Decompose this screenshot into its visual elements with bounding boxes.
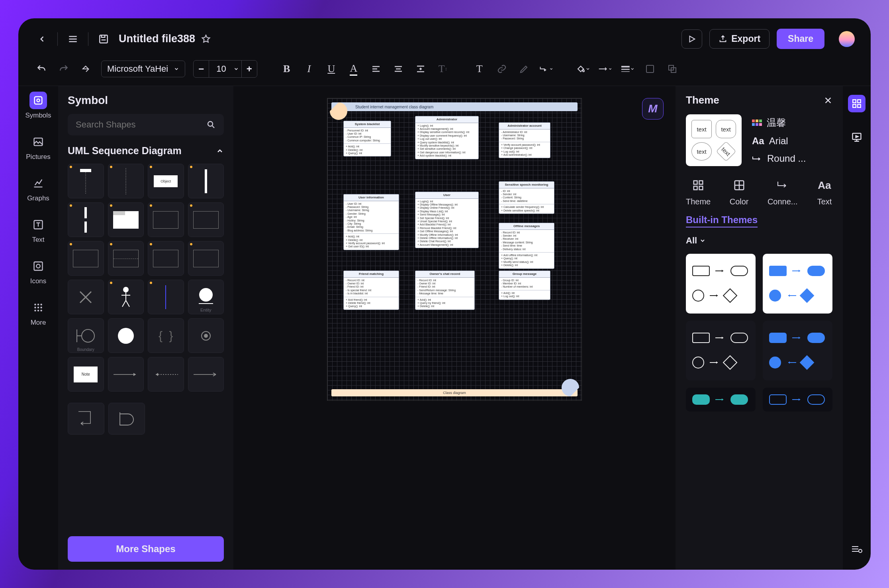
class-box[interactable]: Owner's chat record- Record ID: int- Own… bbox=[415, 270, 475, 310]
font-color-icon[interactable]: A bbox=[347, 62, 361, 76]
nav-symbols[interactable]: Symbols bbox=[25, 92, 51, 120]
nav-text[interactable]: Text bbox=[29, 216, 47, 244]
redo-icon[interactable] bbox=[57, 62, 71, 76]
shape-loop[interactable] bbox=[188, 202, 224, 237]
shape-par[interactable] bbox=[108, 241, 144, 276]
theme-thumb-dark-outline[interactable] bbox=[686, 321, 756, 380]
present-icon[interactable] bbox=[848, 128, 866, 146]
ai-assistant-button[interactable]: M bbox=[642, 98, 664, 120]
favorite-star-icon[interactable] bbox=[201, 34, 211, 44]
shape-ref[interactable] bbox=[148, 241, 184, 276]
link-icon[interactable] bbox=[495, 62, 509, 76]
pen-icon[interactable] bbox=[517, 62, 531, 76]
shape-activation[interactable] bbox=[108, 164, 144, 198]
svg-point-57 bbox=[859, 549, 862, 553]
class-box[interactable]: System blacklist- Personnel ID: int- Use… bbox=[343, 121, 391, 157]
undo-icon[interactable] bbox=[34, 62, 49, 76]
section-header[interactable]: UML Sequence Diagram bbox=[68, 145, 224, 157]
shape-preset-icon[interactable] bbox=[643, 62, 657, 76]
save-icon[interactable] bbox=[96, 31, 112, 47]
text-format-icon[interactable]: T↕ bbox=[436, 62, 450, 76]
nav-pictures[interactable]: Pictures bbox=[26, 133, 50, 161]
nav-graphs[interactable]: Graphs bbox=[27, 174, 49, 202]
canvas-area[interactable]: M Student internet management class diag… bbox=[233, 86, 676, 570]
shape-object[interactable]: Object bbox=[148, 164, 184, 198]
settings-icon[interactable] bbox=[848, 540, 866, 558]
class-box[interactable]: Group message- Group ID: int- Member ID:… bbox=[499, 270, 550, 300]
properties-icon[interactable] bbox=[848, 95, 866, 112]
fill-color-icon[interactable] bbox=[576, 62, 590, 76]
nav-icons[interactable]: Icons bbox=[29, 257, 47, 285]
play-button[interactable] bbox=[681, 29, 702, 49]
more-shapes-button[interactable]: More Shapes bbox=[68, 536, 224, 562]
font-family-select[interactable]: Microsoft YaHei bbox=[101, 61, 185, 77]
class-box[interactable]: User+ Login(): int+ Display Offline Mess… bbox=[415, 192, 479, 248]
font-size-stepper[interactable]: − 10 + bbox=[193, 60, 257, 78]
italic-icon[interactable]: I bbox=[302, 62, 316, 76]
theme-filter[interactable]: All bbox=[686, 235, 832, 246]
shape-return-message[interactable] bbox=[148, 357, 184, 392]
tab-connector[interactable]: Conne... bbox=[768, 177, 798, 206]
class-box[interactable]: Sensitive speech monitoring- ID: int- Se… bbox=[499, 181, 554, 214]
class-box[interactable]: Administrator+ Login(): int+ Account man… bbox=[415, 116, 479, 159]
shape-opt[interactable] bbox=[68, 241, 104, 276]
share-button[interactable]: Share bbox=[777, 29, 824, 49]
align-center-icon[interactable] bbox=[391, 62, 405, 76]
class-box[interactable]: Administrator account- Administrator ID:… bbox=[499, 122, 550, 158]
close-icon[interactable] bbox=[824, 96, 832, 105]
shape-concurrent[interactable] bbox=[68, 202, 104, 237]
svg-rect-54 bbox=[853, 104, 856, 108]
user-avatar[interactable] bbox=[839, 31, 855, 47]
theme-thumb-dark-blue[interactable] bbox=[763, 321, 832, 380]
app-window: Untitled file388 Export Share Microsoft … bbox=[18, 18, 871, 570]
class-box[interactable]: User information- User ID: int- Password… bbox=[343, 194, 399, 250]
vertical-align-icon[interactable] bbox=[413, 62, 428, 76]
theme-thumb-dark-blue2[interactable] bbox=[763, 388, 832, 412]
theme-thumb-dark-teal[interactable] bbox=[686, 388, 756, 412]
shape-constraint[interactable]: { } bbox=[148, 318, 184, 353]
nav-more[interactable]: More bbox=[29, 299, 47, 327]
svg-point-17 bbox=[37, 310, 39, 311]
shape-note[interactable]: Note bbox=[68, 357, 104, 392]
shape-self-message[interactable] bbox=[68, 403, 104, 435]
built-in-themes-link[interactable]: Built-in Themes bbox=[686, 214, 758, 227]
menu-button[interactable] bbox=[65, 31, 81, 47]
theme-thumb-blue[interactable] bbox=[763, 254, 832, 314]
shape-actor[interactable] bbox=[108, 280, 144, 314]
arrange-icon[interactable] bbox=[665, 62, 679, 76]
underline-icon[interactable]: U bbox=[324, 62, 339, 76]
shape-frame[interactable] bbox=[108, 202, 144, 237]
tab-theme[interactable]: Theme bbox=[686, 177, 711, 206]
document-title[interactable]: Untitled file388 bbox=[119, 33, 195, 45]
shape-alt[interactable] bbox=[148, 202, 184, 237]
shape-async-message[interactable] bbox=[188, 357, 224, 392]
shape-recursive[interactable] bbox=[108, 403, 145, 435]
tab-text[interactable]: AaText bbox=[817, 177, 832, 206]
shape-endpoint[interactable] bbox=[188, 318, 224, 353]
shape-boundary[interactable]: Boundary bbox=[68, 318, 104, 353]
shape-destroy[interactable] bbox=[68, 280, 104, 314]
export-button[interactable]: Export bbox=[709, 29, 770, 49]
back-button[interactable] bbox=[34, 31, 50, 47]
diagram-title: Student internet management class diagra… bbox=[331, 102, 578, 111]
shape-sync-message[interactable] bbox=[108, 357, 144, 392]
insert-text-icon[interactable]: T bbox=[472, 62, 487, 76]
shape-activation-bar[interactable] bbox=[188, 164, 224, 198]
connector-style-icon[interactable] bbox=[539, 62, 554, 76]
shape-region[interactable] bbox=[188, 241, 224, 276]
arrow-style-icon[interactable] bbox=[598, 62, 613, 76]
shape-entity[interactable]: Entity bbox=[188, 280, 224, 314]
line-width-icon[interactable] bbox=[621, 62, 635, 76]
shape-message[interactable] bbox=[148, 280, 184, 314]
align-left-icon[interactable] bbox=[369, 62, 383, 76]
class-box[interactable]: Offline messages- Record ID: int- Sender… bbox=[499, 223, 554, 269]
format-painter-icon[interactable] bbox=[79, 62, 93, 76]
tab-color[interactable]: Color bbox=[730, 177, 749, 206]
search-field[interactable] bbox=[76, 120, 206, 130]
shape-lifeline[interactable] bbox=[68, 164, 104, 198]
class-box[interactable]: Friend matching- Record ID: int- Owner I… bbox=[343, 270, 399, 310]
search-input[interactable] bbox=[68, 114, 224, 135]
shape-control[interactable] bbox=[108, 318, 144, 353]
theme-thumb-light[interactable] bbox=[686, 254, 756, 314]
bold-icon[interactable]: B bbox=[280, 62, 294, 76]
